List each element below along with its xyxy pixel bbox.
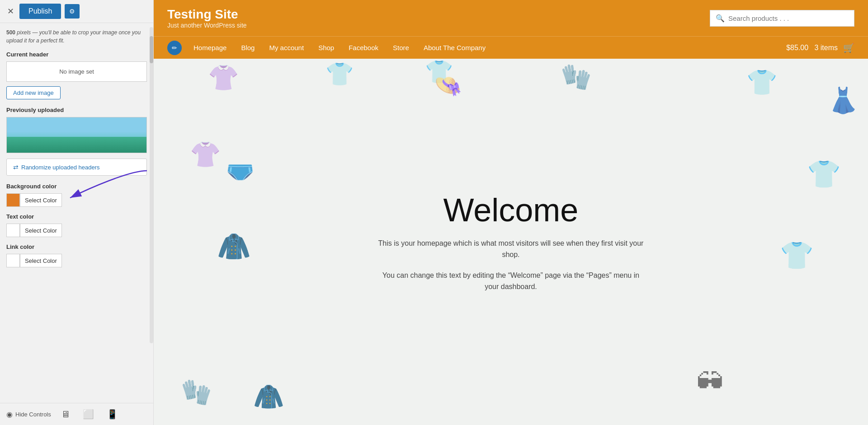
customizer-panel: ✕ Publish ⚙ 500 pixels — you'll be able … — [0, 0, 154, 425]
link-color-label: Link color — [6, 243, 147, 250]
panel-footer: ◉ Hide Controls 🖥 ⬜ 📱 — [0, 403, 153, 425]
no-image-box: No image set — [6, 61, 147, 82]
text-color-label: Text color — [6, 213, 147, 220]
edit-pencil-button[interactable]: ✏ — [167, 41, 182, 55]
main-preview: Testing Site Just another WordPress site… — [154, 0, 868, 425]
clothing-item: 👕 — [807, 158, 841, 190]
clothing-item: 🧥 — [253, 382, 284, 411]
site-header: Testing Site Just another WordPress site… — [154, 0, 868, 36]
clothing-item: 👕 — [780, 239, 814, 271]
background-color-section: Background color Select Color — [6, 183, 147, 207]
text-color-row: Select Color — [6, 224, 147, 237]
clothing-item: 👒 — [434, 72, 462, 98]
clothing-item: 🧤 — [561, 62, 592, 92]
desktop-icon: 🖥 — [61, 409, 70, 419]
mobile-icon: 📱 — [107, 409, 118, 419]
text-select-color-button[interactable]: Select Color — [20, 224, 62, 237]
nav-item-facebook[interactable]: Facebook — [342, 37, 385, 59]
randomize-headers-button[interactable]: ⇄ Randomize uploaded headers — [6, 159, 147, 176]
clothing-item: 👕 — [746, 68, 778, 97]
tablet-device-button[interactable]: ⬜ — [80, 408, 97, 420]
search-icon: 🔍 — [716, 14, 725, 23]
welcome-paragraph-2: You can change this text by editing the … — [375, 270, 646, 293]
close-icon: ✕ — [7, 7, 14, 16]
nav-left: ✏ Homepage Blog My account Shop Facebook… — [167, 37, 492, 59]
hide-controls-icon: ◉ — [6, 410, 13, 419]
bg-color-label: Background color — [6, 183, 147, 190]
mobile-device-button[interactable]: 📱 — [104, 408, 121, 420]
text-color-swatch[interactable] — [6, 224, 20, 237]
bg-color-row: Select Color — [6, 193, 147, 207]
link-color-row: Select Color — [6, 254, 147, 267]
shuffle-icon: ⇄ — [13, 163, 19, 171]
clothing-item: 🧤 — [181, 378, 212, 407]
current-header-label: Current header — [6, 51, 147, 58]
cart-icon[interactable]: 🛒 — [843, 42, 854, 53]
site-body: 👚 👕 👕 👒 🧤 👕 👗 👚 🩲 🧥 👕 👕 🧤 🧥 🕶 Welcome Th… — [154, 59, 868, 425]
search-box[interactable]: 🔍 — [710, 10, 854, 27]
clothing-item: 👚 — [190, 140, 221, 169]
nav-item-myaccount[interactable]: My account — [263, 37, 310, 59]
gear-icon: ⚙ — [69, 8, 75, 15]
panel-content: 500 pixels — you'll be able to crop your… — [0, 23, 153, 403]
arrow-annotation: Select Color — [6, 193, 147, 207]
search-input[interactable] — [728, 14, 849, 22]
clothing-item: 👕 — [425, 59, 453, 85]
welcome-title: Welcome — [375, 191, 646, 228]
clothing-item: 🧥 — [217, 230, 251, 262]
nav-item-aboutcompany[interactable]: About The Company — [417, 37, 492, 59]
clothing-item: 👗 — [828, 86, 859, 115]
bg-color-swatch[interactable] — [6, 193, 20, 207]
add-new-image-button[interactable]: Add new image — [6, 86, 61, 99]
clothing-item: 🩲 — [226, 158, 254, 184]
cart-amount: $85.00 3 items — [786, 44, 838, 52]
welcome-content: Welcome This is your homepage which is w… — [375, 191, 646, 292]
nav-item-blog[interactable]: Blog — [235, 37, 261, 59]
link-color-section: Link color Select Color — [6, 243, 147, 267]
site-title-group: Testing Site Just another WordPress site — [167, 7, 247, 29]
site-tagline: Just another WordPress site — [167, 22, 247, 29]
nav-item-homepage[interactable]: Homepage — [187, 37, 233, 59]
uploaded-image-preview[interactable] — [6, 117, 147, 153]
close-button[interactable]: ✕ — [5, 5, 16, 18]
text-color-section: Text color Select Color — [6, 213, 147, 237]
hide-controls-button[interactable]: ◉ Hide Controls — [6, 410, 51, 419]
welcome-paragraph-1: This is your homepage which is what most… — [375, 237, 646, 260]
desktop-device-button[interactable]: 🖥 — [58, 408, 73, 420]
clothing-item: 👚 — [208, 63, 239, 93]
link-select-color-button[interactable]: Select Color — [20, 254, 62, 267]
settings-button[interactable]: ⚙ — [65, 4, 80, 19]
previously-uploaded-label: Previously uploaded — [6, 107, 147, 113]
nav-item-shop[interactable]: Shop — [312, 37, 340, 59]
top-bar: ✕ Publish ⚙ — [0, 0, 153, 23]
clothing-item: 👕 — [326, 61, 354, 87]
clothing-item: 🕶 — [696, 367, 723, 398]
site-title: Testing Site — [167, 7, 247, 22]
publish-button[interactable]: Publish — [19, 4, 61, 19]
bg-select-color-button[interactable]: Select Color — [20, 193, 62, 207]
nav-item-store[interactable]: Store — [387, 37, 415, 59]
tablet-icon: ⬜ — [83, 409, 94, 419]
nav-right: $85.00 3 items 🛒 — [786, 42, 854, 53]
site-nav: ✏ Homepage Blog My account Shop Facebook… — [154, 36, 868, 59]
link-color-swatch[interactable] — [6, 254, 20, 267]
hint-text: 500 pixels — you'll be able to crop your… — [6, 28, 147, 45]
